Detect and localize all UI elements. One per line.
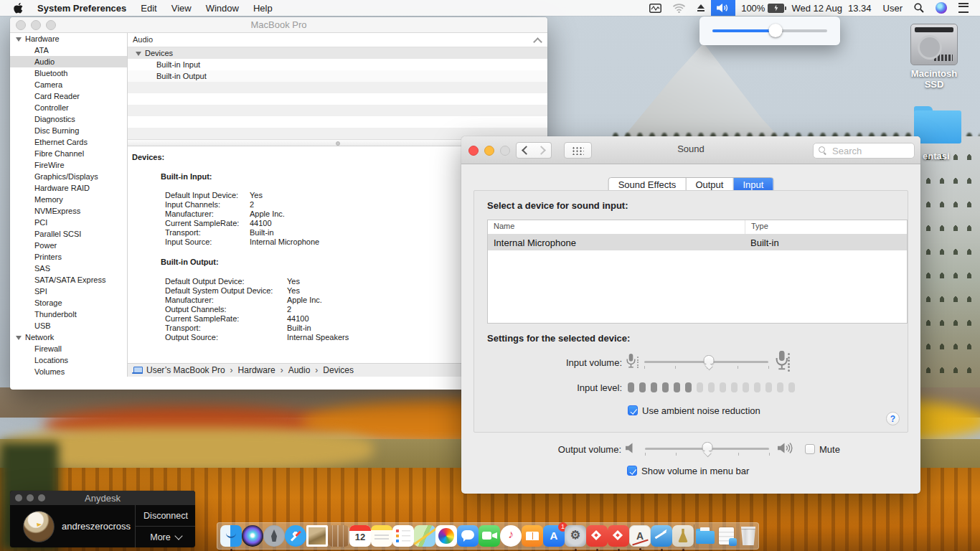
- dock[interactable]: 12♪A1⚙A: [217, 522, 759, 550]
- splitter-handle[interactable]: [336, 141, 340, 146]
- sidebar-item-printers[interactable]: Printers: [10, 251, 127, 263]
- menu-help[interactable]: Help: [247, 0, 279, 16]
- menu-bar[interactable]: System Preferences Edit View Window Help…: [0, 0, 980, 16]
- dock-trash-icon[interactable]: [738, 525, 759, 547]
- slider-thumb[interactable]: [702, 442, 712, 455]
- breadcrumb-item-audio[interactable]: Audio: [288, 365, 311, 375]
- dock-flask-icon[interactable]: [672, 525, 694, 547]
- close-button[interactable]: [15, 494, 22, 501]
- sidebar-item-disc-burning[interactable]: Disc Burning: [10, 125, 127, 136]
- sidebar-item-locations[interactable]: Locations: [10, 354, 127, 366]
- search-field[interactable]: [813, 143, 915, 159]
- sysinfo-sidebar[interactable]: HardwareATAAudioBluetoothCameraCard Read…: [10, 33, 128, 377]
- desktop-icon-macintosh-ssd[interactable]: Macintosh SSD: [903, 24, 966, 90]
- sidebar-item-pci[interactable]: PCI: [10, 217, 127, 228]
- sidebar-item-firewall[interactable]: Firewall: [10, 343, 127, 354]
- input-device-table[interactable]: Name Type Internal Microphone Built-in: [487, 220, 908, 324]
- dock-anydesk2-icon[interactable]: [608, 525, 629, 547]
- dock-photos-icon[interactable]: [435, 525, 457, 547]
- menu-window[interactable]: Window: [199, 0, 245, 16]
- disclosure-triangle-icon[interactable]: [16, 37, 22, 42]
- dock-photo-icon[interactable]: [306, 525, 328, 547]
- app-menu-title[interactable]: System Preferences: [31, 0, 133, 16]
- sidebar-item-parallel-scsi[interactable]: Parallel SCSI: [10, 228, 127, 240]
- apple-menu[interactable]: [7, 0, 29, 16]
- notification-center-item[interactable]: [953, 0, 974, 16]
- dock-calendar-icon[interactable]: 12: [349, 525, 371, 547]
- sidebar-item-usb[interactable]: USB: [10, 320, 127, 331]
- minimize-button[interactable]: [31, 20, 41, 30]
- dock-launchpad-icon[interactable]: [263, 525, 285, 547]
- anydesk-status-item[interactable]: [644, 0, 667, 16]
- disclosure-triangle-icon[interactable]: [136, 52, 141, 56]
- dock-reminders-icon[interactable]: [392, 525, 414, 547]
- dock-drafting-icon[interactable]: A: [629, 525, 651, 547]
- table-row[interactable]: Internal Microphone Built-in: [488, 235, 907, 250]
- breadcrumb-item-devices[interactable]: Devices: [323, 365, 354, 375]
- anydesk-titlebar[interactable]: Anydesk: [10, 491, 195, 505]
- dock-ibooks-icon[interactable]: [522, 525, 543, 547]
- dock-sysprefs-icon[interactable]: ⚙: [565, 525, 586, 547]
- breadcrumb-item-computer[interactable]: User’s MacBook Pro: [146, 365, 225, 375]
- mute-checkbox[interactable]: [805, 444, 815, 454]
- sidebar-item-controller[interactable]: Controller: [10, 102, 127, 113]
- sidebar-item-nvmexpress[interactable]: NVMExpress: [10, 205, 127, 217]
- sidebar-item-sas[interactable]: SAS: [10, 263, 127, 274]
- sidebar-item-ata[interactable]: ATA: [10, 44, 127, 56]
- disclosure-triangle-icon[interactable]: [16, 336, 22, 340]
- volume-status-item[interactable]: [711, 0, 735, 16]
- battery-status-item[interactable]: 100%: [735, 0, 786, 16]
- column-header-type[interactable]: Type: [745, 220, 907, 234]
- dock-contacts-icon[interactable]: [328, 525, 349, 547]
- sidebar-item-bluetooth[interactable]: Bluetooth: [10, 67, 127, 79]
- sidebar-item-thunderbolt[interactable]: Thunderbolt: [10, 309, 127, 320]
- dock-appstore-icon[interactable]: A1: [543, 525, 565, 547]
- dock-finder-icon[interactable]: [220, 525, 242, 547]
- sidebar-item-sata-sata-express[interactable]: SATA/SATA Express: [10, 274, 127, 286]
- spotlight-item[interactable]: [908, 0, 930, 16]
- fast-user-switching[interactable]: User: [877, 0, 908, 16]
- help-button[interactable]: ?: [886, 412, 900, 425]
- sidebar-item-network[interactable]: Network: [10, 331, 127, 343]
- sound-titlebar[interactable]: Sound: [461, 136, 920, 164]
- wifi-status-item[interactable]: [667, 0, 691, 16]
- show-volume-checkbox[interactable]: [627, 466, 637, 476]
- sidebar-item-hardware[interactable]: Hardware: [10, 33, 127, 44]
- slider-thumb[interactable]: [703, 355, 714, 368]
- sidebar-item-spi[interactable]: SPI: [10, 286, 127, 297]
- slider-thumb[interactable]: [769, 24, 783, 37]
- column-header-name[interactable]: Name: [488, 220, 745, 234]
- zoom-button[interactable]: [46, 20, 56, 30]
- dock-docstack-icon[interactable]: [716, 525, 738, 547]
- disconnect-button[interactable]: Disconnect: [136, 505, 195, 526]
- sidebar-item-firewire[interactable]: FireWire: [10, 159, 127, 171]
- search-input[interactable]: [831, 144, 911, 157]
- ambient-noise-checkbox[interactable]: [628, 405, 638, 415]
- input-volume-slider[interactable]: [644, 354, 768, 370]
- dock-downloads-icon[interactable]: [694, 525, 716, 547]
- sound-preferences-window[interactable]: Sound Sound Effects Output Input Select …: [461, 136, 920, 494]
- sidebar-item-diagnostics[interactable]: Diagnostics: [10, 113, 127, 125]
- dock-notes-icon[interactable]: [371, 525, 392, 547]
- sidebar-item-fibre-channel[interactable]: Fibre Channel: [10, 148, 127, 159]
- sidebar-item-memory[interactable]: Memory: [10, 194, 127, 205]
- eject-status-item[interactable]: [691, 0, 711, 16]
- menu-view[interactable]: View: [165, 0, 198, 16]
- volume-popup[interactable]: [699, 17, 840, 45]
- sidebar-item-storage[interactable]: Storage: [10, 297, 127, 309]
- breadcrumb-item-hardware[interactable]: Hardware: [238, 365, 275, 375]
- dock-maps-icon[interactable]: [414, 525, 435, 547]
- anydesk-window[interactable]: Anydesk andreszerocross Disconnect More: [10, 491, 195, 547]
- sidebar-item-graphics-displays[interactable]: Graphics/Displays: [10, 171, 127, 182]
- clock-date[interactable]: Wed 12 Aug: [786, 0, 848, 16]
- sidebar-item-hardware-raid[interactable]: Hardware RAID: [10, 182, 127, 194]
- sidebar-item-card-reader[interactable]: Card Reader: [10, 90, 127, 102]
- dock-siri-icon[interactable]: [242, 525, 263, 547]
- collapse-chevron-icon[interactable]: [533, 37, 542, 47]
- content-header[interactable]: Audio: [128, 33, 547, 47]
- dock-facetime-icon[interactable]: [479, 525, 500, 547]
- volume-popup-slider[interactable]: [712, 28, 827, 34]
- sidebar-item-power[interactable]: Power: [10, 240, 127, 251]
- minimize-button[interactable]: [27, 494, 34, 501]
- dock-itunes-icon[interactable]: ♪: [500, 525, 522, 547]
